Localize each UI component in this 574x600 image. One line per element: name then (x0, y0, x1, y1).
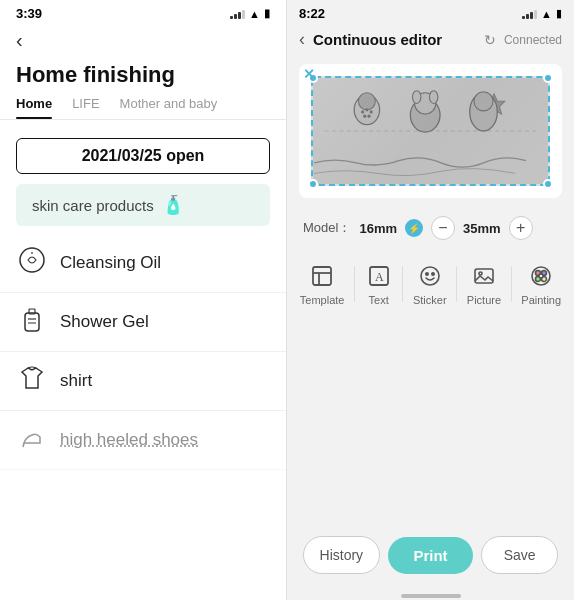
svg-point-11 (363, 115, 366, 118)
model-second-value: 35mm (463, 221, 501, 236)
shower-gel-label: Shower Gel (60, 312, 149, 332)
divider-3 (456, 266, 457, 302)
tube-icon: 🧴 (162, 194, 184, 216)
picture-icon (470, 262, 498, 290)
cleansing-oil-label: Cleansing Oil (60, 253, 161, 273)
svg-rect-28 (475, 269, 493, 283)
svg-point-15 (412, 91, 420, 104)
shirt-label: shirt (60, 371, 92, 391)
back-button[interactable]: ‹ (0, 25, 286, 56)
shower-gel-icon (16, 305, 48, 339)
list-content: 2021/03/25 open skin care products 🧴 Cle… (0, 120, 286, 600)
model-value: 16mm (359, 221, 397, 236)
model-row: Model： 16mm ⚡ − 35mm + (287, 206, 574, 250)
heels-icon (16, 423, 48, 457)
model-plus-button[interactable]: + (509, 216, 533, 240)
svg-point-7 (358, 93, 375, 110)
time-left: 3:39 (16, 6, 42, 21)
model-minus-button[interactable]: − (431, 216, 455, 240)
wifi-icon: ▲ (249, 8, 260, 20)
back-button-right[interactable]: ‹ (299, 29, 305, 50)
tool-template[interactable]: Template (292, 258, 353, 310)
svg-point-27 (432, 273, 434, 275)
template-label: Template (300, 294, 345, 306)
bottom-bar: History Print Save (287, 524, 574, 590)
svg-point-29 (479, 272, 482, 275)
painting-label: Painting (521, 294, 561, 306)
handle-tr[interactable] (543, 73, 553, 83)
status-bar-right: 8:22 ▲ ▮ (287, 0, 574, 25)
shirt-icon (16, 364, 48, 398)
sticker-icon (416, 262, 444, 290)
product-shirt[interactable]: shirt (0, 352, 286, 411)
tool-picture[interactable]: Picture (459, 258, 509, 310)
template-icon (308, 262, 336, 290)
signal-icon-right (522, 9, 537, 19)
text-label: Text (369, 294, 389, 306)
cleansing-oil-icon (16, 246, 48, 280)
tool-sticker[interactable]: Sticker (405, 258, 455, 310)
svg-point-18 (474, 92, 493, 111)
svg-point-9 (365, 108, 368, 111)
tabs-bar: Home LIFE Mother and baby (0, 96, 286, 120)
painting-icon (527, 262, 555, 290)
svg-point-16 (429, 91, 437, 104)
save-button[interactable]: Save (481, 536, 558, 574)
tab-mother-baby[interactable]: Mother and baby (120, 96, 218, 119)
divider-4 (511, 266, 512, 302)
divider-2 (402, 266, 403, 302)
wifi-icon-right: ▲ (541, 8, 552, 20)
header-right: ‹ Continuous editor ↻ Connected (287, 25, 574, 56)
history-button[interactable]: History (303, 536, 380, 574)
refresh-icon[interactable]: ↻ (484, 32, 496, 48)
sketch-image (313, 78, 548, 184)
handle-bl[interactable] (308, 179, 318, 189)
svg-point-0 (20, 248, 44, 272)
home-bar (401, 594, 461, 598)
picture-label: Picture (467, 294, 501, 306)
tab-home[interactable]: Home (16, 96, 52, 119)
product-high-heels[interactable]: high heeled shoes (0, 411, 286, 470)
svg-point-8 (361, 110, 364, 113)
connected-status: Connected (504, 33, 562, 47)
battery-icon-right: ▮ (556, 7, 562, 20)
divider-1 (354, 266, 355, 302)
product-shower-gel[interactable]: Shower Gel (0, 293, 286, 352)
skin-care-text: skin care products (32, 197, 154, 214)
canvas-area: ✕ (299, 64, 562, 198)
tab-life[interactable]: LIFE (72, 96, 99, 119)
heels-label: high heeled shoes (60, 430, 198, 450)
text-icon: A (365, 262, 393, 290)
home-indicator (287, 590, 574, 600)
svg-text:A: A (375, 270, 384, 284)
print-button[interactable]: Print (388, 537, 474, 574)
status-icons-right: ▲ ▮ (522, 7, 562, 20)
toolbar: Template A Text Sticker (287, 250, 574, 314)
editor-title: Continuous editor (313, 31, 480, 48)
close-selection-icon[interactable]: ✕ (303, 66, 315, 82)
tool-text[interactable]: A Text (357, 258, 401, 310)
svg-rect-20 (313, 267, 331, 285)
date-banner[interactable]: 2021/03/25 open (16, 138, 270, 174)
product-cleansing-oil[interactable]: Cleansing Oil (0, 234, 286, 293)
svg-point-25 (421, 267, 439, 285)
status-icons-left: ▲ ▮ (230, 7, 270, 20)
signal-icon (230, 9, 245, 19)
right-panel: 8:22 ▲ ▮ ‹ Continuous editor ↻ Connected (287, 0, 574, 600)
battery-icon: ▮ (264, 7, 270, 20)
model-label: Model： (303, 219, 351, 237)
image-container[interactable]: ✕ (311, 76, 550, 186)
page-title: Home finishing (0, 56, 286, 96)
svg-point-26 (426, 273, 428, 275)
skin-care-banner[interactable]: skin care products 🧴 (16, 184, 270, 226)
status-bar-left: 3:39 ▲ ▮ (0, 0, 286, 25)
svg-point-35 (539, 274, 543, 278)
tool-painting[interactable]: Painting (513, 258, 569, 310)
handle-br[interactable] (543, 179, 553, 189)
sticker-label: Sticker (413, 294, 447, 306)
svg-point-10 (370, 110, 373, 113)
svg-rect-1 (25, 313, 39, 331)
svg-point-12 (367, 115, 370, 118)
time-right: 8:22 (299, 6, 325, 21)
model-badge-icon[interactable]: ⚡ (405, 219, 423, 237)
